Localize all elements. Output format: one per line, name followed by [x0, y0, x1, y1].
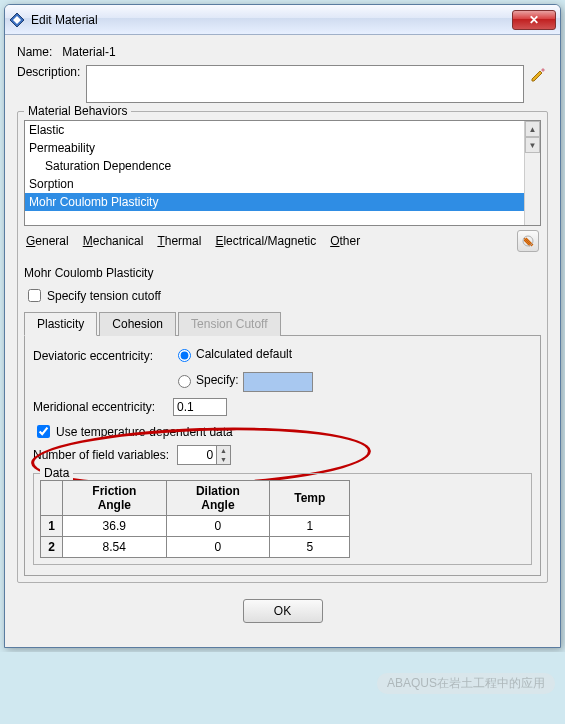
radio-specify-row[interactable]: Specify:: [173, 372, 239, 388]
window-title: Edit Material: [31, 13, 512, 27]
titlebar[interactable]: Edit Material ✕: [5, 5, 560, 35]
meridional-input[interactable]: [173, 398, 227, 416]
data-table[interactable]: FrictionAngle DilationAngle Temp 1 36.9 …: [40, 480, 350, 558]
tension-cutoff-checkbox[interactable]: [28, 289, 41, 302]
scroll-down-icon[interactable]: ▼: [525, 137, 540, 153]
menu-other[interactable]: Other: [330, 234, 360, 248]
field-vars-input[interactable]: [178, 446, 216, 464]
behaviors-legend: Material Behaviors: [24, 104, 131, 118]
scrollbar[interactable]: ▲ ▼: [524, 121, 540, 225]
radio-calculated-row[interactable]: Calculated default: [173, 346, 292, 362]
menu-mechanical[interactable]: Mechanical: [83, 234, 144, 248]
tab-content-plasticity: Deviatoric eccentricity: Calculated defa…: [24, 336, 541, 576]
description-row: Description:: [17, 65, 548, 103]
tension-cutoff-label: Specify tension cutoff: [47, 289, 161, 303]
radio-specify[interactable]: [178, 375, 191, 388]
field-vars-label: Number of field variables:: [33, 448, 169, 462]
tension-cutoff-row: Specify tension cutoff: [24, 286, 541, 305]
table-row[interactable]: 1 36.9 0 1: [41, 516, 350, 537]
tab-plasticity[interactable]: Plasticity: [24, 312, 97, 336]
temp-dep-checkbox[interactable]: [37, 425, 50, 438]
meridional-row: Meridional eccentricity:: [33, 398, 532, 416]
col-dilation: DilationAngle: [166, 481, 270, 516]
menu-thermal[interactable]: Thermal: [157, 234, 201, 248]
radio-calculated[interactable]: [178, 349, 191, 362]
material-behaviors-group: Material Behaviors Elastic Permeability …: [17, 111, 548, 583]
dialog-body: Name: Material-1 Description: Material B…: [5, 35, 560, 647]
col-friction: FrictionAngle: [63, 481, 167, 516]
list-item-selected[interactable]: Mohr Coulomb Plasticity: [25, 193, 540, 211]
list-item[interactable]: Permeability: [25, 139, 540, 157]
tab-tension-cutoff: Tension Cutoff: [178, 312, 281, 336]
table-row[interactable]: 2 8.54 0 5: [41, 537, 350, 558]
temp-dep-row: Use temperature-dependent data: [33, 422, 532, 441]
tab-bar: Plasticity Cohesion Tension Cutoff: [24, 311, 541, 336]
ok-button[interactable]: OK: [243, 599, 323, 623]
menu-general[interactable]: General: [26, 234, 69, 248]
footer: OK: [17, 589, 548, 637]
menubar: General Mechanical Thermal Electrical/Ma…: [24, 226, 541, 256]
temp-dep-label: Use temperature-dependent data: [56, 425, 233, 439]
name-row: Name: Material-1: [17, 45, 548, 59]
field-vars-row: Number of field variables: ▲▼: [33, 445, 532, 465]
col-temp: Temp: [270, 481, 350, 516]
tab-cohesion[interactable]: Cohesion: [99, 312, 176, 336]
menu-electrical[interactable]: Electrical/Magnetic: [215, 234, 316, 248]
app-icon: [9, 12, 25, 28]
spin-up-icon[interactable]: ▲: [217, 446, 230, 455]
close-icon: ✕: [529, 13, 539, 27]
deviatoric-label: Deviatoric eccentricity:: [33, 349, 173, 363]
name-label: Name:: [17, 45, 52, 59]
spin-down-icon[interactable]: ▼: [217, 455, 230, 464]
delete-button[interactable]: [517, 230, 539, 252]
list-item[interactable]: Sorption: [25, 175, 540, 193]
data-legend: Data: [40, 466, 73, 480]
section-title: Mohr Coulomb Plasticity: [24, 266, 541, 280]
behaviors-listbox[interactable]: Elastic Permeability Saturation Dependen…: [24, 120, 541, 226]
specify-input[interactable]: [243, 372, 313, 392]
specify-row: Specify:: [173, 372, 532, 392]
description-label: Description:: [17, 65, 80, 79]
edit-material-dialog: Edit Material ✕ Name: Material-1 Descrip…: [4, 4, 561, 648]
scroll-up-icon[interactable]: ▲: [525, 121, 540, 137]
field-vars-stepper[interactable]: ▲▼: [177, 445, 231, 465]
name-value: Material-1: [62, 45, 115, 59]
deviatoric-row: Deviatoric eccentricity: Calculated defa…: [33, 346, 532, 366]
edit-icon[interactable]: [530, 65, 548, 83]
row-header-blank: [41, 481, 63, 516]
list-item[interactable]: Elastic: [25, 121, 540, 139]
data-group: Data FrictionAngle DilationAngle Temp 1 …: [33, 473, 532, 565]
list-item[interactable]: Saturation Dependence: [25, 157, 540, 175]
close-button[interactable]: ✕: [512, 10, 556, 30]
description-input[interactable]: [86, 65, 524, 103]
delete-icon: [522, 235, 534, 247]
meridional-label: Meridional eccentricity:: [33, 400, 173, 414]
